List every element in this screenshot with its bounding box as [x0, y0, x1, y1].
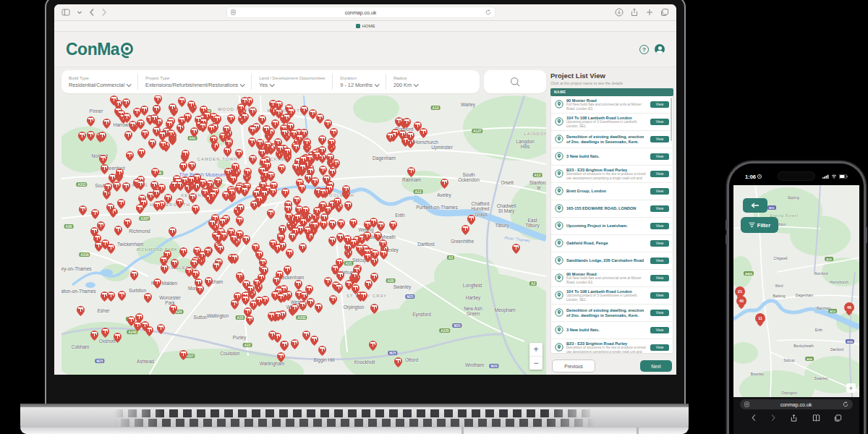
map-pin[interactable]: [118, 291, 126, 299]
phone-map-canvas[interactable]: Filter + EppingEpping ForestLoughtonChig…: [733, 185, 859, 397]
bookmark-home[interactable]: HOME: [362, 24, 375, 28]
map-pin[interactable]: [277, 293, 285, 301]
previous-button[interactable]: Previous: [552, 359, 595, 373]
project-title[interactable]: Demolition of existing dwelling, erectio…: [566, 135, 647, 145]
map-pin[interactable]: [414, 122, 422, 129]
bookmarks-icon[interactable]: [812, 414, 820, 422]
map-pin[interactable]: [169, 227, 176, 235]
map-pin[interactable]: [91, 209, 99, 217]
map-pin[interactable]: [335, 284, 343, 292]
map-pin[interactable]: [329, 295, 337, 303]
map-pin[interactable]: [293, 196, 301, 204]
map-pin[interactable]: [264, 141, 272, 149]
map-pin[interactable]: [249, 155, 257, 163]
project-list-item[interactable]: 104 To 108 Lambeth Road LondonUpcoming p…: [551, 114, 673, 131]
map-pin[interactable]: [259, 181, 267, 189]
map-pin[interactable]: [178, 116, 186, 124]
map-pin[interactable]: [319, 201, 327, 209]
map-pin[interactable]: [129, 121, 137, 129]
map-pin[interactable]: [192, 205, 200, 213]
map-pin[interactable]: [263, 125, 271, 133]
map-pin[interactable]: [394, 357, 402, 365]
map-pin[interactable]: [158, 131, 166, 139]
map-pin[interactable]: [273, 276, 281, 284]
map-pin[interactable]: [379, 239, 387, 247]
map-pin[interactable]: [278, 164, 286, 172]
map-pin[interactable]: [169, 305, 177, 312]
map-pin[interactable]: [122, 98, 130, 106]
map-pin[interactable]: [206, 180, 214, 188]
map-pin[interactable]: [292, 143, 300, 151]
map-pin[interactable]: [230, 234, 238, 242]
map-pin[interactable]: [352, 284, 359, 292]
map-pin[interactable]: [315, 303, 323, 311]
map-pin[interactable]: [199, 179, 207, 187]
map-pin[interactable]: [260, 266, 268, 274]
map-pin[interactable]: [140, 106, 148, 114]
map-pin[interactable]: [104, 183, 112, 191]
map-pin[interactable]: [351, 271, 359, 279]
filter-duration[interactable]: Duration 9 - 12 Months: [332, 74, 386, 90]
map-pin[interactable]: [284, 148, 292, 156]
view-button[interactable]: View: [650, 153, 669, 160]
map-pin[interactable]: [228, 188, 236, 196]
map-pin[interactable]: [231, 254, 239, 262]
map-pin[interactable]: [512, 244, 520, 252]
map-pin[interactable]: [399, 130, 407, 138]
download-icon[interactable]: [615, 8, 624, 17]
map-pin[interactable]: [278, 225, 286, 233]
map-pin[interactable]: [98, 132, 106, 140]
map-pin[interactable]: [324, 277, 332, 285]
zoom-out-button[interactable]: −: [529, 356, 542, 370]
map-pin[interactable]: [255, 195, 263, 203]
phone-url-bar[interactable]: conmap.co.uk: [740, 399, 853, 409]
project-list-item[interactable]: Upcoming Project in Lewisham.View: [551, 218, 673, 235]
map-pin[interactable]: [336, 271, 344, 279]
view-button[interactable]: View: [650, 327, 669, 333]
map-pin[interactable]: [267, 209, 275, 217]
project-title[interactable]: 3 New build flats.: [566, 154, 647, 159]
map-pin[interactable]: [157, 324, 165, 332]
tabs-icon[interactable]: [660, 8, 669, 17]
map-pin[interactable]: [291, 304, 299, 312]
map-pin[interactable]: [213, 262, 221, 270]
map-pin[interactable]: [303, 138, 311, 146]
map-pin[interactable]: [359, 292, 367, 299]
map-pin[interactable]: [187, 176, 195, 184]
map-pin[interactable]: [328, 237, 336, 244]
map-pin[interactable]: [179, 247, 187, 255]
project-title[interactable]: Sandilands Lodge, 226 Carshalton Road: [566, 258, 647, 263]
project-title[interactable]: 104 To 108 Lambeth Road London: [566, 116, 647, 121]
map-pin[interactable]: [268, 312, 276, 320]
map-pin[interactable]: [242, 235, 250, 243]
map-pin[interactable]: [235, 149, 243, 157]
project-list-item[interactable]: 104 To 108 Lambeth Road LondonUpcoming p…: [551, 287, 673, 305]
project-title[interactable]: Oakfield Road, Penge: [566, 241, 647, 246]
map-pin[interactable]: [294, 213, 302, 221]
project-list-item[interactable]: Demolition of existing dwelling, erectio…: [551, 305, 673, 322]
map-pin[interactable]: [122, 182, 130, 190]
sidebar-icon[interactable]: [61, 8, 70, 17]
map-pin[interactable]: [349, 218, 357, 226]
phone-back-button[interactable]: [743, 198, 767, 213]
map-pin[interactable]: [247, 285, 255, 293]
map-pin[interactable]: [103, 119, 111, 127]
map-pin[interactable]: [363, 231, 371, 239]
share-icon[interactable]: [630, 8, 639, 17]
view-button[interactable]: View: [650, 223, 669, 229]
map-pin[interactable]: [179, 162, 187, 170]
map-pin[interactable]: [209, 191, 217, 199]
map-pin[interactable]: [78, 132, 86, 140]
project-list-item[interactable]: B23 - E23 Brighton Road PurleyDemolition…: [551, 339, 673, 354]
map-pin[interactable]: [386, 132, 394, 140]
map-pin[interactable]: [182, 150, 190, 158]
map-pin[interactable]: [374, 231, 382, 239]
project-title[interactable]: 90 Monier Road: [566, 272, 647, 277]
map-pin[interactable]: [323, 175, 331, 183]
project-list[interactable]: 90 Monier RoadFull New build flats and c…: [550, 96, 673, 354]
view-button[interactable]: View: [650, 240, 669, 247]
map-pin[interactable]: [291, 339, 299, 347]
map-pin[interactable]: [289, 232, 297, 240]
map-pin[interactable]: [160, 256, 168, 264]
project-list-item[interactable]: Oakfield Road, PengeView: [551, 235, 673, 252]
